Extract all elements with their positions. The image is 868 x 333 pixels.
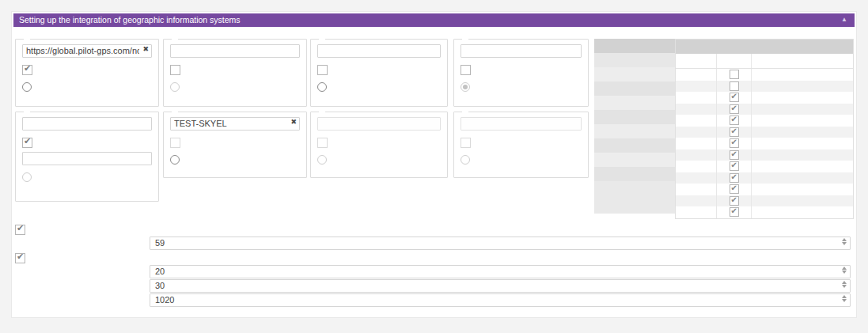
priority-item-yandex[interactable] <box>594 124 679 138</box>
tile-enabled-cell <box>717 69 752 81</box>
tile-gis-name <box>676 149 717 161</box>
use-for-geocoder-option[interactable] <box>22 138 152 148</box>
tile-host <box>752 115 853 127</box>
tile-enabled-checkbox[interactable] <box>730 93 739 102</box>
table-row-yandex-sat <box>676 127 853 138</box>
number-stepper-icon[interactable] <box>842 238 847 245</box>
number-stepper-icon[interactable] <box>842 267 847 274</box>
tile-table-header-row <box>676 54 853 69</box>
toggle-enable-auto-forecast-for-tasks[interactable] <box>15 252 30 263</box>
clear-input-icon[interactable]: ✖ <box>142 44 149 54</box>
tile-gis-name <box>676 195 717 207</box>
city-guide-api-key-input[interactable] <box>170 117 300 131</box>
osm-nominatim-host-input[interactable] <box>22 44 152 58</box>
use-for-forecasting-option <box>461 155 582 165</box>
geocoder-checkbox <box>317 138 328 148</box>
tile-enabled-checkbox[interactable] <box>730 150 739 160</box>
priority-item-google[interactable] <box>594 96 679 110</box>
setting-input-wrap <box>150 235 851 248</box>
geocoder-checkbox[interactable] <box>461 65 471 75</box>
number-stepper-icon[interactable] <box>842 295 847 302</box>
tile-gis-name <box>676 184 717 195</box>
priority-item-city-guide[interactable] <box>594 138 679 153</box>
field-input-wrap: ✖ <box>170 115 300 131</box>
tile-table-title <box>676 40 853 54</box>
tile-table-body <box>676 69 853 218</box>
forecasting-radio[interactable] <box>22 82 32 92</box>
geocoder-checkbox[interactable] <box>170 65 180 75</box>
tile-enabled-checkbox[interactable] <box>730 184 739 194</box>
use-for-geocoder-option[interactable] <box>461 65 582 75</box>
collapse-icon[interactable]: ▲ <box>841 13 847 27</box>
tile-gis-name <box>676 81 717 93</box>
use-for-forecasting-option <box>317 155 441 165</box>
here-api-key-input[interactable] <box>461 44 582 58</box>
tile-enabled-checkbox[interactable] <box>730 70 739 79</box>
tile-enabled-checkbox[interactable] <box>730 138 739 148</box>
table-row-cosmo-sat <box>676 206 853 218</box>
priority-item-bing[interactable] <box>594 167 679 181</box>
toggle-enable-average-speed-forecast[interactable] <box>15 224 30 235</box>
average-speed-km-h-input[interactable] <box>150 237 851 250</box>
tile-enabled-cell <box>717 104 752 115</box>
panel-titlebar[interactable]: Setting up the integration of geographic… <box>13 13 855 27</box>
use-for-forecasting-option[interactable] <box>170 155 300 165</box>
geocoder-checkbox[interactable] <box>317 65 328 75</box>
dadata-token-input[interactable] <box>170 44 300 58</box>
tile-enabled-checkbox[interactable] <box>730 173 739 183</box>
provider-national-address <box>310 112 448 178</box>
use-for-geocoder-option <box>317 138 441 148</box>
geocoder-checkbox[interactable] <box>22 138 32 148</box>
tile-enabled-cell <box>717 127 752 138</box>
number-stepper-icon[interactable] <box>842 281 847 288</box>
setting-input-wrap <box>150 278 851 291</box>
enable-average-speed-forecast-checkbox[interactable] <box>15 225 25 235</box>
average-unloading-time-min-input[interactable] <box>150 279 851 293</box>
forecasting-radio <box>461 82 470 92</box>
tile-enabled-checkbox[interactable] <box>730 115 739 125</box>
priority-item-national-address[interactable] <box>594 153 679 167</box>
use-for-forecasting-option[interactable] <box>317 82 441 92</box>
use-for-geocoder-option[interactable] <box>317 65 441 75</box>
table-row-dark <box>676 69 853 81</box>
tile-enabled-checkbox[interactable] <box>730 207 739 217</box>
panel-title: Setting up the integration of geographic… <box>19 15 241 25</box>
priority-item-here[interactable] <box>594 110 679 124</box>
priority-column-header <box>594 53 679 67</box>
tile-enabled-cell <box>717 138 752 149</box>
geocoder-checkbox[interactable] <box>22 65 32 75</box>
average-load-time-min-input[interactable] <box>150 265 851 278</box>
tile-enabled-checkbox[interactable] <box>730 127 739 137</box>
forecasting-radio[interactable] <box>317 82 327 92</box>
tile-enabled-checkbox[interactable] <box>730 196 739 206</box>
tile-enabled-cell <box>717 161 752 172</box>
tile-gis-name <box>676 104 717 115</box>
tile-host <box>752 161 853 172</box>
maximum-travel-time-min-input[interactable] <box>150 293 851 307</box>
use-for-geocoder-option[interactable] <box>170 65 300 75</box>
google-api-key-input[interactable] <box>317 44 441 58</box>
forecasting-radio <box>461 155 470 165</box>
clear-input-icon[interactable]: ✖ <box>290 117 297 127</box>
forecasting-radio[interactable] <box>170 155 180 165</box>
tile-enabled-cell <box>717 172 752 184</box>
priority-item-dadata[interactable] <box>594 81 679 96</box>
yandex-api-geocoder-key-input[interactable] <box>22 117 152 131</box>
tile-enabled-cell <box>717 195 752 207</box>
tile-enabled-checkbox[interactable] <box>730 161 739 171</box>
provider-yandex <box>15 112 159 202</box>
use-for-geocoder-option[interactable] <box>22 65 152 75</box>
tile-gis-name <box>676 206 717 218</box>
tile-enabled-cell <box>717 206 752 218</box>
tile-gis-name <box>676 92 717 104</box>
gis-settings-panel: Setting up the integration of geographic… <box>11 11 857 318</box>
priority-item-osm-nominatim[interactable] <box>594 67 679 81</box>
setting-input-wrap <box>150 292 851 305</box>
table-row-google-map <box>676 138 853 149</box>
tile-enabled-checkbox[interactable] <box>730 81 739 91</box>
yandex-api-route-key-input[interactable] <box>22 152 152 165</box>
tile-enabled-checkbox[interactable] <box>730 104 739 114</box>
tile-gis-name <box>676 127 717 138</box>
use-for-forecasting-option[interactable] <box>22 82 152 92</box>
enable-auto-forecast-for-tasks-checkbox[interactable] <box>15 253 25 263</box>
